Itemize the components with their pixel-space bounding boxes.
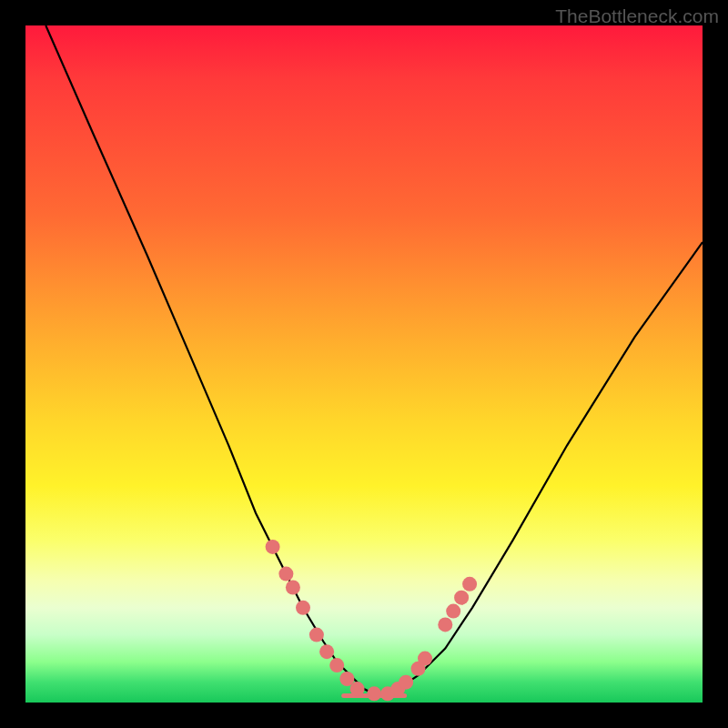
scatter-dots <box>266 540 477 701</box>
left-curve <box>46 25 378 696</box>
scatter-dot <box>319 644 334 659</box>
scatter-dot <box>418 652 432 666</box>
chart-svg <box>25 25 703 703</box>
right-curve <box>378 242 703 695</box>
scatter-dot <box>278 567 293 581</box>
scatter-dot <box>350 682 365 696</box>
scatter-dot <box>286 581 300 595</box>
scatter-dot <box>329 658 344 672</box>
scatter-dot <box>462 577 477 592</box>
chart-frame: TheBottleneck.com <box>0 0 728 728</box>
scatter-dot <box>399 675 413 690</box>
plot-area <box>25 25 703 703</box>
scatter-dot <box>367 686 381 701</box>
scatter-dot <box>296 601 310 615</box>
scatter-dot <box>438 617 452 632</box>
watermark-text: TheBottleneck.com <box>555 5 719 27</box>
scatter-dot <box>446 604 460 619</box>
scatter-dot <box>309 628 324 642</box>
scatter-dot <box>454 591 469 605</box>
scatter-dot <box>266 540 280 554</box>
